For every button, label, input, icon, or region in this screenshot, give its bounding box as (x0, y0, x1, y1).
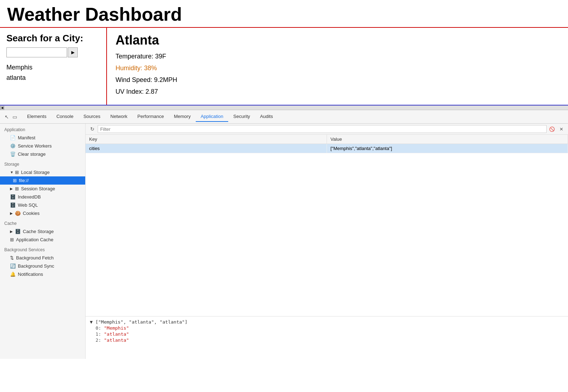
scroll-left-arrow[interactable]: ◀ (0, 106, 4, 110)
tab-network[interactable]: Network (106, 112, 133, 122)
cookies-label: Cookies (23, 211, 40, 216)
devtools-icons: ↖ ▭ (3, 113, 19, 121)
weather-app: Weather Dashboard Search for a City: ▶ M… (0, 0, 568, 105)
city-item-memphis[interactable]: Memphis (6, 62, 100, 73)
col-header-value: Value (327, 135, 568, 144)
devtools: ◀ ↖ ▭ Elements Console Sources Network P… (0, 105, 568, 359)
cache-storage-icon: 🗄️ (15, 229, 21, 234)
cookies-expand-arrow: ▶ (10, 211, 14, 215)
sidebar-item-web-sql[interactable]: 🗄️ Web SQL (0, 201, 85, 209)
sidebar-item-session-storage[interactable]: ▶ ⊞ Session Storage (0, 185, 85, 193)
bg-fetch-icon: ⇅ (10, 255, 14, 261)
web-sql-label: Web SQL (18, 202, 38, 208)
table-cell-key: cities (86, 144, 327, 153)
sidebar-item-notifications[interactable]: 🔔 Notifications (0, 270, 85, 278)
filter-close-button[interactable]: ✕ (557, 125, 565, 133)
session-storage-label: Session Storage (21, 186, 55, 191)
filter-input[interactable] (98, 125, 547, 133)
devtools-tab-bar: ↖ ▭ Elements Console Sources Network Per… (0, 110, 568, 124)
sidebar-item-app-cache[interactable]: ⊞ Application Cache (0, 236, 85, 244)
tab-performance[interactable]: Performance (132, 112, 169, 122)
devtools-body: Application 📄 Manifest ⚙️ Service Worker… (0, 124, 568, 359)
preview-item-2: 2: "atlanta" (90, 337, 564, 343)
search-input[interactable] (6, 47, 67, 57)
manifest-icon: 📄 (10, 135, 16, 140)
tab-application[interactable]: Application (196, 112, 229, 122)
sidebar-item-service-workers[interactable]: ⚙️ Service Workers (0, 142, 85, 150)
devtools-sidebar: Application 📄 Manifest ⚙️ Service Worker… (0, 124, 86, 359)
local-storage-label: Local Storage (21, 170, 50, 175)
sidebar-item-clear-storage[interactable]: 🗑️ Clear storage (0, 150, 85, 158)
tab-audits[interactable]: Audits (255, 112, 278, 122)
clear-storage-icon: 🗑️ (10, 151, 16, 157)
sidebar-item-bg-sync[interactable]: 🔄 Background Sync (0, 262, 85, 270)
tab-memory[interactable]: Memory (169, 112, 196, 122)
filter-bar: ↻ 🚫 ✕ (86, 124, 568, 135)
preview-index-0: 0: (96, 325, 101, 331)
uv-index-detail: UV Index: 2.87 (116, 88, 559, 96)
preview-array-label: ▼ ["Memphis", "atlanta", "atlanta"] (90, 319, 564, 325)
notifications-label: Notifications (18, 272, 43, 277)
device-icon[interactable]: ▭ (11, 113, 19, 121)
table-cell-value: ["Memphis","atlanta","atlanta"] (327, 144, 568, 153)
humidity-detail: Humidity: 38% (116, 65, 559, 72)
sidebar-item-indexeddb[interactable]: 🗄️ IndexedDB (0, 193, 85, 201)
tab-sources[interactable]: Sources (78, 112, 106, 122)
col-header-key: Key (86, 135, 327, 144)
table-row[interactable]: cities ["Memphis","atlanta","atlanta"] (86, 144, 568, 153)
preview-panel: ▼ ["Memphis", "atlanta", "atlanta"] 0: "… (86, 316, 568, 359)
section-label-storage: Storage (0, 158, 85, 168)
search-button[interactable]: ▶ (68, 47, 78, 57)
filter-clear-icon[interactable]: 🚫 (548, 125, 556, 133)
cookies-icon: 🍪 (15, 211, 21, 216)
section-label-background: Background Services (0, 244, 85, 254)
indexeddb-label: IndexedDB (18, 194, 41, 200)
selected-city-name: Atlanta (116, 33, 559, 48)
local-storage-icon: ⊞ (15, 170, 19, 175)
app-cache-label: Application Cache (16, 237, 53, 242)
indexeddb-icon: 🗄️ (10, 194, 16, 200)
weather-left-panel: Search for a City: ▶ Memphis atlanta (0, 28, 107, 105)
horizontal-scrollbar[interactable]: ◀ (0, 106, 568, 110)
preview-item-1: 1: "atlanta" (90, 331, 564, 337)
bg-fetch-label: Background Fetch (16, 255, 54, 261)
weather-right-panel: Atlanta Temperature: 39F Humidity: 38% W… (107, 28, 568, 105)
tab-security[interactable]: Security (228, 112, 255, 122)
sidebar-item-manifest[interactable]: 📄 Manifest (0, 134, 85, 142)
app-title: Weather Dashboard (0, 0, 568, 27)
sidebar-item-bg-fetch[interactable]: ⇅ Background Fetch (0, 254, 85, 262)
cache-storage-expand-arrow: ▶ (10, 229, 14, 233)
sidebar-item-cache-storage[interactable]: ▶ 🗄️ Cache Storage (0, 227, 85, 236)
search-label: Search for a City: (6, 33, 100, 44)
sidebar-wrapper: Application 📄 Manifest ⚙️ Service Worker… (0, 124, 86, 359)
preview-value-2: "atlanta" (104, 337, 129, 343)
preview-value-1: "atlanta" (104, 331, 129, 337)
local-storage-expand-arrow: ▼ (10, 170, 14, 174)
search-row: ▶ (6, 47, 100, 57)
table-header: Key Value (86, 135, 568, 144)
clear-storage-label: Clear storage (18, 151, 46, 157)
table-container: Key Value cities ["Memphis","atlanta","a… (86, 135, 568, 316)
table-body: cities ["Memphis","atlanta","atlanta"] (86, 144, 568, 153)
bg-sync-label: Background Sync (18, 263, 54, 269)
section-label-application: Application (0, 124, 85, 134)
preview-item-0: 0: "Memphis" (90, 325, 564, 331)
refresh-button[interactable]: ↻ (88, 125, 96, 133)
session-storage-icon: ⊞ (15, 186, 19, 191)
tab-elements[interactable]: Elements (22, 112, 51, 122)
devtools-main: ↻ 🚫 ✕ Key Value cities (86, 124, 568, 359)
tab-console[interactable]: Console (51, 112, 78, 122)
cache-storage-label: Cache Storage (23, 229, 54, 234)
session-storage-expand-arrow: ▶ (10, 187, 14, 191)
sidebar-item-cookies[interactable]: ▶ 🍪 Cookies (0, 209, 85, 217)
app-cache-icon: ⊞ (10, 237, 14, 242)
city-item-atlanta[interactable]: atlanta (6, 73, 100, 83)
sidebar-item-file[interactable]: ⊞ file:// (0, 176, 85, 185)
section-label-cache: Cache (0, 217, 85, 227)
cursor-icon[interactable]: ↖ (3, 113, 11, 121)
preview-index-1: 1: (96, 331, 101, 337)
service-workers-icon: ⚙️ (10, 143, 16, 149)
manifest-label: Manifest (18, 135, 35, 140)
bg-sync-icon: 🔄 (10, 263, 16, 269)
sidebar-item-local-storage[interactable]: ▼ ⊞ Local Storage (0, 168, 85, 176)
